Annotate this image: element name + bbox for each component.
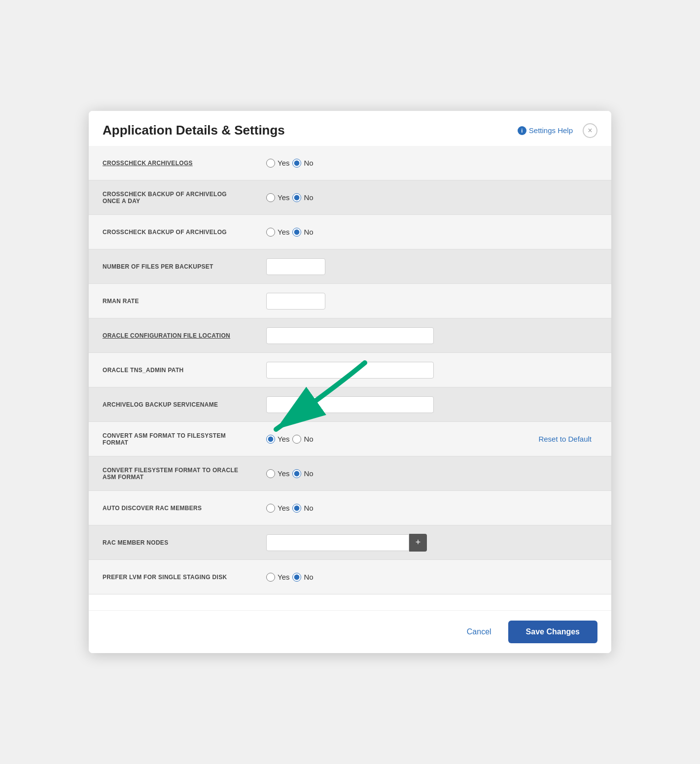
text-input-oracle-config-file-location[interactable] xyxy=(266,327,434,344)
radio-input-crosscheck-archivelogs-yes[interactable] xyxy=(266,159,275,168)
row-control-convert-filesystem-to-asm: Yes No xyxy=(256,462,611,485)
row-control-rac-member-nodes: + xyxy=(256,527,611,558)
radio-input-auto-discover-rac-yes[interactable] xyxy=(266,504,275,513)
row-label-crosscheck-backup-archivelog: CROSSCHECK BACKUP OF ARCHIVELOG xyxy=(89,222,256,243)
settings-row-crosscheck-backup-archivelog-once: CROSSCHECK BACKUP OF ARCHIVELOG ONCE A D… xyxy=(89,180,611,215)
radio-input-auto-discover-rac-no[interactable] xyxy=(292,504,301,513)
application-settings-modal: Application Details & Settings i Setting… xyxy=(89,111,611,653)
row-label-number-files-backupset: NUMBER OF FILES PER BACKUPSET xyxy=(89,256,256,277)
radio-input-convert-asm-to-filesystem-no[interactable] xyxy=(292,435,301,444)
radio-label-crosscheck-archivelogs-no[interactable]: No xyxy=(292,159,313,168)
settings-row-oracle-tns-admin-path: ORACLE TNS_ADMIN PATH xyxy=(89,353,611,387)
text-input-rman-rate[interactable] xyxy=(266,293,325,310)
radio-group-convert-filesystem-to-asm: Yes No xyxy=(266,469,314,478)
radio-label-convert-asm-to-filesystem-no[interactable]: No xyxy=(292,435,313,444)
row-control-crosscheck-backup-archivelog: Yes No xyxy=(256,221,611,243)
settings-row-number-files-backupset: NUMBER OF FILES PER BACKUPSET xyxy=(89,249,611,284)
radio-group-crosscheck-backup-archivelog-once: Yes No xyxy=(266,193,314,202)
radio-label-crosscheck-backup-archivelog-once-no[interactable]: No xyxy=(292,193,313,202)
settings-row-convert-filesystem-to-asm: CONVERT FILESYSTEM FORMAT TO ORACLE ASM … xyxy=(89,456,611,491)
radio-input-convert-filesystem-to-asm-yes[interactable] xyxy=(266,469,275,478)
radio-input-crosscheck-backup-archivelog-once-yes[interactable] xyxy=(266,193,275,202)
radio-label-convert-filesystem-to-asm-yes[interactable]: Yes xyxy=(266,469,289,478)
radio-input-crosscheck-backup-archivelog-no[interactable] xyxy=(292,228,301,237)
radio-label-convert-asm-to-filesystem-yes[interactable]: Yes xyxy=(266,435,289,444)
rac-input-group: + xyxy=(266,534,427,552)
row-control-oracle-config-file-location xyxy=(256,320,611,351)
radio-input-crosscheck-backup-archivelog-once-no[interactable] xyxy=(292,193,301,202)
settings-row-rman-rate: RMAN RATE xyxy=(89,284,611,318)
settings-row-oracle-config-file-location: ORACLE CONFIGURATION FILE LOCATION xyxy=(89,318,611,353)
row-control-oracle-tns-admin-path xyxy=(256,355,611,385)
rac-add-button[interactable]: + xyxy=(409,534,427,552)
radio-input-convert-filesystem-to-asm-no[interactable] xyxy=(292,469,301,478)
rac-member-nodes-input[interactable] xyxy=(266,534,409,551)
radio-input-prefer-lvm-single-staging-yes[interactable] xyxy=(266,573,275,582)
radio-label-prefer-lvm-single-staging-no[interactable]: No xyxy=(292,573,313,582)
radio-input-convert-asm-to-filesystem-yes[interactable] xyxy=(266,435,275,444)
modal-title: Application Details & Settings xyxy=(103,123,285,138)
row-control-crosscheck-backup-archivelog-once: Yes No xyxy=(256,186,611,209)
radio-group-convert-asm-to-filesystem: Yes No xyxy=(266,435,314,444)
save-changes-button[interactable]: Save Changes xyxy=(508,621,597,643)
radio-label-crosscheck-backup-archivelog-once-yes[interactable]: Yes xyxy=(266,193,289,202)
row-label-oracle-config-file-location: ORACLE CONFIGURATION FILE LOCATION xyxy=(89,325,256,346)
modal-body: CROSSCHECK ARCHIVELOGS Yes NoCROSSCHECK … xyxy=(89,146,611,610)
row-label-convert-asm-to-filesystem: CONVERT ASM FORMAT TO FILESYSTEM FORMAT xyxy=(89,425,256,453)
row-control-rman-rate xyxy=(256,286,611,316)
settings-row-archivelog-backup-servicename: ARCHIVELOG BACKUP SERVICENAME xyxy=(89,387,611,422)
row-control-auto-discover-rac: Yes No xyxy=(256,497,611,520)
radio-input-crosscheck-backup-archivelog-yes[interactable] xyxy=(266,228,275,237)
text-input-number-files-backupset[interactable] xyxy=(266,258,325,275)
radio-label-crosscheck-backup-archivelog-yes[interactable]: Yes xyxy=(266,228,289,237)
row-label-auto-discover-rac: AUTO DISCOVER RAC MEMBERS xyxy=(89,498,256,519)
settings-row-crosscheck-backup-archivelog: CROSSCHECK BACKUP OF ARCHIVELOG Yes No xyxy=(89,215,611,249)
modal-footer: Cancel Save Changes xyxy=(89,610,611,653)
row-label-prefer-lvm-single-staging: PREFER LVM FOR SINGLE STAGING DISK xyxy=(89,567,256,588)
radio-label-crosscheck-backup-archivelog-no[interactable]: No xyxy=(292,228,313,237)
radio-group-crosscheck-archivelogs: Yes No xyxy=(266,159,314,168)
info-icon: i xyxy=(518,126,526,135)
settings-help-label: Settings Help xyxy=(529,126,573,135)
row-control-archivelog-backup-servicename xyxy=(256,389,611,420)
row-control-number-files-backupset xyxy=(256,251,611,282)
settings-row-auto-discover-rac: AUTO DISCOVER RAC MEMBERS Yes No xyxy=(89,491,611,525)
settings-row-convert-asm-to-filesystem: CONVERT ASM FORMAT TO FILESYSTEM FORMAT … xyxy=(89,422,611,456)
close-button[interactable]: × xyxy=(583,123,597,138)
row-control-convert-asm-to-filesystem: Yes NoReset to Default xyxy=(256,428,611,451)
row-label-crosscheck-backup-archivelog-once: CROSSCHECK BACKUP OF ARCHIVELOG ONCE A D… xyxy=(89,184,256,211)
radio-label-auto-discover-rac-no[interactable]: No xyxy=(292,504,313,513)
reset-to-default-button[interactable]: Reset to Default xyxy=(538,435,601,443)
row-label-rman-rate: RMAN RATE xyxy=(89,291,256,312)
radio-label-prefer-lvm-single-staging-yes[interactable]: Yes xyxy=(266,573,289,582)
settings-row-prefer-lvm-single-staging: PREFER LVM FOR SINGLE STAGING DISK Yes N… xyxy=(89,560,611,594)
settings-help-link[interactable]: i Settings Help xyxy=(518,126,573,135)
radio-label-crosscheck-archivelogs-yes[interactable]: Yes xyxy=(266,159,289,168)
settings-rows: CROSSCHECK ARCHIVELOGS Yes NoCROSSCHECK … xyxy=(89,146,611,594)
row-label-crosscheck-archivelogs: CROSSCHECK ARCHIVELOGS xyxy=(89,153,256,174)
radio-group-auto-discover-rac: Yes No xyxy=(266,504,314,513)
radio-label-convert-filesystem-to-asm-no[interactable]: No xyxy=(292,469,313,478)
radio-label-auto-discover-rac-yes[interactable]: Yes xyxy=(266,504,289,513)
text-input-oracle-tns-admin-path[interactable] xyxy=(266,362,434,379)
cancel-button[interactable]: Cancel xyxy=(458,623,500,641)
row-control-crosscheck-archivelogs: Yes No xyxy=(256,152,611,174)
row-label-oracle-tns-admin-path: ORACLE TNS_ADMIN PATH xyxy=(89,360,256,381)
settings-row-rac-member-nodes: RAC MEMBER NODES+ xyxy=(89,525,611,560)
text-input-archivelog-backup-servicename[interactable] xyxy=(266,396,434,413)
modal-header: Application Details & Settings i Setting… xyxy=(89,111,611,146)
radio-group-crosscheck-backup-archivelog: Yes No xyxy=(266,228,314,237)
radio-input-crosscheck-archivelogs-no[interactable] xyxy=(292,159,301,168)
row-label-convert-filesystem-to-asm: CONVERT FILESYSTEM FORMAT TO ORACLE ASM … xyxy=(89,460,256,487)
radio-group-prefer-lvm-single-staging: Yes No xyxy=(266,573,314,582)
row-label-archivelog-backup-servicename: ARCHIVELOG BACKUP SERVICENAME xyxy=(89,394,256,415)
settings-row-crosscheck-archivelogs: CROSSCHECK ARCHIVELOGS Yes No xyxy=(89,146,611,180)
row-control-prefer-lvm-single-staging: Yes No xyxy=(256,566,611,589)
radio-input-prefer-lvm-single-staging-no[interactable] xyxy=(292,573,301,582)
header-right: i Settings Help × xyxy=(518,123,597,138)
row-label-rac-member-nodes: RAC MEMBER NODES xyxy=(89,532,256,553)
